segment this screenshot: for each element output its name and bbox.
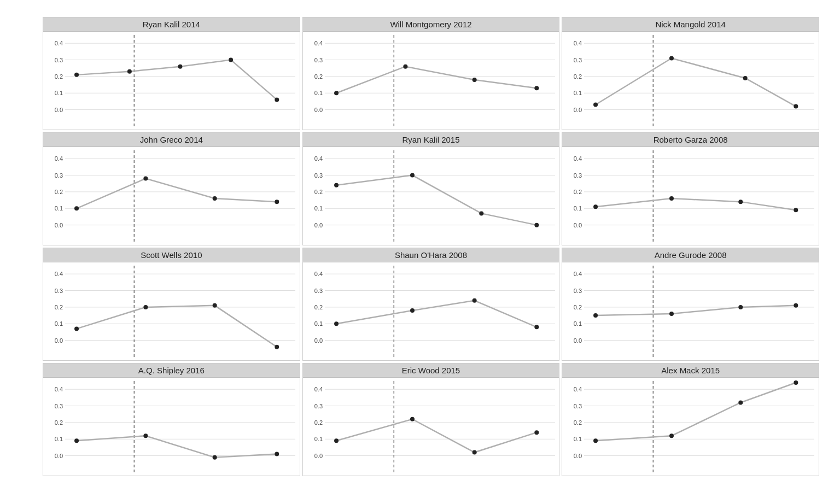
svg-text:0.3: 0.3: [574, 403, 582, 409]
chart-svg-0: 0.00.10.20.30.4: [43, 32, 300, 130]
svg-text:0.2: 0.2: [314, 419, 322, 426]
svg-text:0.3: 0.3: [314, 57, 322, 63]
svg-point-14: [229, 58, 233, 62]
svg-text:0.3: 0.3: [55, 403, 63, 409]
chart-svg-2: 0.00.10.20.30.4: [562, 32, 819, 130]
svg-text:0.0: 0.0: [55, 222, 63, 228]
panel-title-11: Alex Mack 2015: [562, 364, 819, 378]
svg-point-75: [534, 223, 539, 227]
panel-1: Will Montgomery 20120.00.10.20.30.4: [302, 17, 560, 130]
panel-8: Andre Gurode 20080.00.10.20.30.4: [562, 248, 819, 361]
svg-point-13: [178, 65, 183, 69]
svg-text:0.1: 0.1: [574, 436, 582, 442]
svg-text:0.4: 0.4: [574, 386, 582, 392]
svg-point-118: [410, 308, 415, 313]
svg-point-43: [669, 56, 674, 61]
svg-point-165: [534, 430, 539, 435]
svg-text:0.4: 0.4: [574, 155, 582, 162]
svg-text:0.0: 0.0: [55, 453, 63, 459]
panel-3: John Greco 20140.00.10.20.30.4: [43, 132, 300, 245]
svg-text:0.1: 0.1: [574, 205, 582, 212]
grid-area: Ryan Kalil 20140.00.10.20.30.4Will Montg…: [37, 11, 825, 493]
svg-text:0.3: 0.3: [314, 288, 322, 294]
svg-text:0.2: 0.2: [574, 419, 582, 426]
svg-text:0.1: 0.1: [55, 320, 63, 327]
svg-text:0.3: 0.3: [314, 403, 322, 409]
svg-point-148: [143, 433, 148, 438]
panel-title-0: Ryan Kalil 2014: [43, 17, 300, 32]
svg-point-42: [593, 103, 598, 107]
svg-point-27: [334, 91, 339, 95]
svg-point-163: [410, 417, 415, 421]
svg-text:0.3: 0.3: [55, 288, 63, 294]
svg-text:0.4: 0.4: [314, 40, 322, 46]
chart-svg-7: 0.00.10.20.30.4: [303, 262, 559, 360]
panel-title-9: A.Q. Shipley 2016: [43, 364, 300, 378]
svg-point-149: [213, 455, 217, 460]
svg-point-12: [127, 69, 132, 74]
svg-point-119: [472, 298, 476, 303]
svg-text:0.0: 0.0: [314, 222, 322, 228]
svg-text:0.2: 0.2: [314, 304, 322, 310]
y-axis-label: [15, 11, 37, 493]
svg-point-87: [593, 204, 598, 209]
chart-svg-9: 0.00.10.20.30.4: [43, 378, 300, 476]
svg-point-29: [472, 78, 476, 82]
panel-title-6: Scott Wells 2010: [43, 248, 300, 262]
svg-text:0.4: 0.4: [314, 386, 322, 392]
svg-point-133: [669, 312, 674, 316]
svg-point-88: [669, 196, 674, 201]
svg-point-134: [739, 305, 743, 309]
panel-body-11: 0.00.10.20.30.4: [562, 378, 819, 476]
svg-point-58: [143, 177, 148, 181]
svg-point-105: [275, 345, 279, 349]
svg-text:0.0: 0.0: [314, 453, 322, 459]
svg-text:0.4: 0.4: [55, 386, 63, 392]
svg-text:0.4: 0.4: [55, 271, 63, 277]
svg-point-132: [593, 313, 598, 318]
svg-text:0.3: 0.3: [55, 172, 63, 179]
chart-svg-6: 0.00.10.20.30.4: [43, 262, 300, 360]
panel-body-9: 0.00.10.20.30.4: [43, 378, 300, 476]
panel-title-8: Andre Gurode 2008: [562, 248, 819, 262]
svg-text:0.4: 0.4: [574, 271, 582, 277]
svg-text:0.4: 0.4: [55, 40, 63, 46]
svg-text:0.1: 0.1: [574, 320, 582, 327]
svg-text:0.1: 0.1: [55, 205, 63, 212]
panel-body-0: 0.00.10.20.30.4: [43, 32, 300, 130]
chart-svg-1: 0.00.10.20.30.4: [303, 32, 559, 130]
panel-body-7: 0.00.10.20.30.4: [303, 262, 559, 360]
svg-text:0.0: 0.0: [574, 107, 582, 113]
svg-point-11: [74, 73, 79, 77]
svg-text:0.2: 0.2: [55, 304, 63, 310]
panel-title-5: Roberto Garza 2008: [562, 133, 819, 147]
panel-body-10: 0.00.10.20.30.4: [303, 378, 559, 476]
svg-text:0.0: 0.0: [574, 337, 582, 344]
svg-text:0.2: 0.2: [574, 304, 582, 310]
svg-point-72: [334, 183, 339, 187]
svg-point-178: [669, 433, 674, 438]
svg-point-117: [334, 321, 339, 326]
svg-point-162: [334, 438, 339, 443]
page-container: Ryan Kalil 20140.00.10.20.30.4Will Montg…: [0, 0, 840, 504]
panel-6: Scott Wells 20100.00.10.20.30.4: [43, 248, 300, 361]
chart-svg-4: 0.00.10.20.30.4: [303, 147, 559, 245]
svg-point-103: [143, 305, 148, 309]
panel-title-3: John Greco 2014: [43, 133, 300, 147]
svg-text:0.4: 0.4: [574, 40, 582, 46]
svg-text:0.2: 0.2: [55, 73, 63, 80]
svg-text:0.2: 0.2: [574, 73, 582, 80]
svg-point-73: [410, 173, 415, 178]
svg-point-164: [472, 450, 476, 455]
svg-point-44: [743, 76, 748, 80]
panel-7: Shaun O'Hara 20080.00.10.20.30.4: [302, 248, 560, 361]
panel-body-3: 0.00.10.20.30.4: [43, 147, 300, 245]
svg-text:0.0: 0.0: [314, 337, 322, 344]
svg-point-177: [593, 438, 598, 443]
svg-text:0.2: 0.2: [55, 419, 63, 426]
svg-text:0.1: 0.1: [314, 90, 322, 96]
panel-0: Ryan Kalil 20140.00.10.20.30.4: [43, 17, 300, 130]
panel-body-2: 0.00.10.20.30.4: [562, 32, 819, 130]
svg-text:0.3: 0.3: [574, 288, 582, 294]
svg-point-15: [275, 97, 279, 102]
